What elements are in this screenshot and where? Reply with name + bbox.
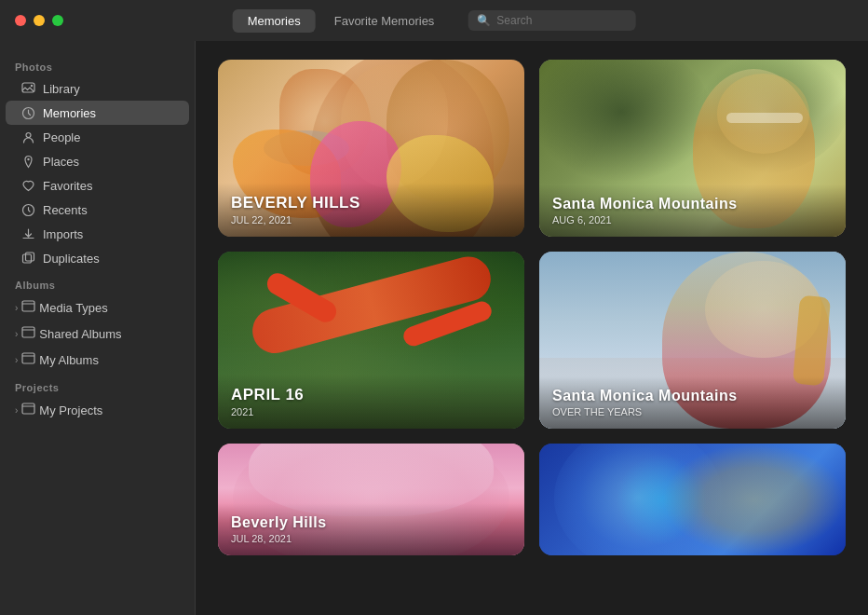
svg-point-4: [27, 157, 29, 159]
favorites-icon: [20, 178, 35, 193]
search-input[interactable]: [496, 14, 626, 27]
my-albums-label: My Albums: [39, 353, 99, 367]
memory-card-overlay-2: Santa Monica Mountains AUG 6, 2021: [539, 184, 846, 237]
sidebar-item-media-types[interactable]: › Media Types: [6, 294, 189, 321]
title-bar-center: Memories Favorite Memories 🔍: [233, 9, 636, 33]
recents-icon: [20, 202, 35, 217]
memory-card-santa-monica-1[interactable]: Santa Monica Mountains AUG 6, 2021: [539, 60, 846, 237]
memory-date-5: JUL 28, 2021: [231, 533, 511, 544]
svg-rect-6: [22, 254, 31, 263]
memory-date-3: 2021: [231, 406, 511, 417]
tab-memories[interactable]: Memories: [233, 9, 316, 33]
media-types-label: Media Types: [39, 301, 107, 315]
sidebar-item-favorites[interactable]: Favorites: [6, 173, 189, 198]
shared-albums-label: Shared Albums: [39, 327, 121, 341]
my-projects-label: My Projects: [39, 403, 102, 417]
places-icon: [20, 154, 35, 169]
media-types-icon: [21, 299, 35, 316]
memory-subtitle-4: OVER THE YEARS: [552, 406, 833, 417]
memories-icon: [20, 105, 35, 120]
memory-card-april-16[interactable]: APRIL 16 2021: [218, 252, 524, 429]
chevron-right-icon-4: ›: [15, 405, 18, 416]
sidebar-item-my-projects[interactable]: › My Projects: [6, 397, 189, 423]
sidebar-item-places[interactable]: Places: [6, 149, 189, 173]
memory-card-overlay-5: Beverly Hills JUL 28, 2021: [218, 503, 524, 555]
svg-rect-8: [22, 301, 34, 311]
sidebar-item-people[interactable]: People: [6, 125, 189, 149]
my-albums-icon: [21, 351, 35, 368]
memory-card-blue[interactable]: [539, 444, 846, 555]
sidebar-item-shared-albums[interactable]: › Shared Albums: [6, 321, 189, 347]
memory-date-2: AUG 6, 2021: [552, 214, 833, 226]
memory-card-overlay: BEVERLY HILLS JUL 22, 2021: [218, 183, 524, 237]
people-label: People: [43, 130, 80, 144]
imports-label: Imports: [43, 227, 83, 241]
memory-card-overlay-4: Santa Monica Mountains OVER THE YEARS: [539, 376, 846, 429]
library-label: Library: [43, 82, 80, 96]
memories-grid: BEVERLY HILLS JUL 22, 2021: [218, 60, 846, 555]
library-icon: [20, 81, 35, 96]
svg-point-3: [26, 132, 31, 137]
albums-section-label: Albums: [0, 270, 195, 294]
my-projects-icon: [21, 402, 35, 418]
svg-rect-11: [22, 403, 34, 414]
recents-label: Recents: [43, 203, 88, 217]
chevron-right-icon: ›: [15, 303, 18, 313]
duplicates-icon: [20, 251, 35, 266]
sidebar-item-my-albums[interactable]: › My Albums: [6, 347, 189, 373]
maximize-button[interactable]: [52, 15, 63, 26]
main-layout: Photos Library Memories: [0, 41, 868, 615]
chevron-right-icon-2: ›: [15, 329, 18, 339]
close-button[interactable]: [15, 15, 26, 26]
sidebar-item-recents[interactable]: Recents: [6, 198, 189, 222]
places-label: Places: [43, 155, 79, 169]
memory-title: BEVERLY HILLS: [231, 194, 511, 212]
sidebar-item-duplicates[interactable]: Duplicates: [6, 246, 189, 270]
projects-section-label: Projects: [0, 373, 195, 397]
sidebar-item-imports[interactable]: Imports: [6, 222, 189, 246]
memory-date: JUL 22, 2021: [231, 214, 511, 226]
people-icon: [20, 130, 35, 144]
svg-rect-7: [25, 253, 34, 261]
minimize-button[interactable]: [34, 15, 45, 26]
sidebar: Photos Library Memories: [0, 41, 196, 615]
search-box: 🔍: [468, 10, 635, 31]
photos-section-label: Photos: [0, 52, 195, 76]
memory-title-2: Santa Monica Mountains: [552, 196, 833, 212]
memory-card-beverly-hills[interactable]: BEVERLY HILLS JUL 22, 2021: [218, 60, 524, 237]
imports-icon: [20, 226, 35, 241]
memories-label: Memories: [43, 106, 96, 120]
sidebar-item-memories[interactable]: Memories: [6, 101, 189, 125]
duplicates-label: Duplicates: [43, 252, 100, 266]
chevron-right-icon-3: ›: [15, 355, 18, 365]
svg-rect-10: [22, 353, 34, 363]
svg-point-1: [30, 84, 32, 86]
memory-title-5: Beverly Hills: [231, 514, 511, 531]
memory-card-santa-monica-2[interactable]: Santa Monica Mountains OVER THE YEARS: [539, 252, 846, 429]
svg-rect-9: [22, 327, 34, 337]
shared-albums-icon: [21, 325, 35, 342]
title-bar: Memories Favorite Memories 🔍: [0, 0, 868, 41]
memory-card-beverly-hills-2[interactable]: Beverly Hills JUL 28, 2021: [218, 444, 524, 555]
search-icon: 🔍: [477, 14, 491, 27]
memories-content: BEVERLY HILLS JUL 22, 2021: [196, 41, 868, 615]
memory-title-3: APRIL 16: [231, 386, 511, 404]
favorites-label: Favorites: [43, 179, 92, 193]
memory-card-overlay-3: APRIL 16 2021: [218, 375, 524, 429]
sidebar-item-library[interactable]: Library: [6, 76, 189, 101]
window-controls: [15, 15, 63, 26]
tab-favorite-memories[interactable]: Favorite Memories: [319, 9, 450, 33]
memory-title-4: Santa Monica Mountains: [552, 388, 833, 404]
